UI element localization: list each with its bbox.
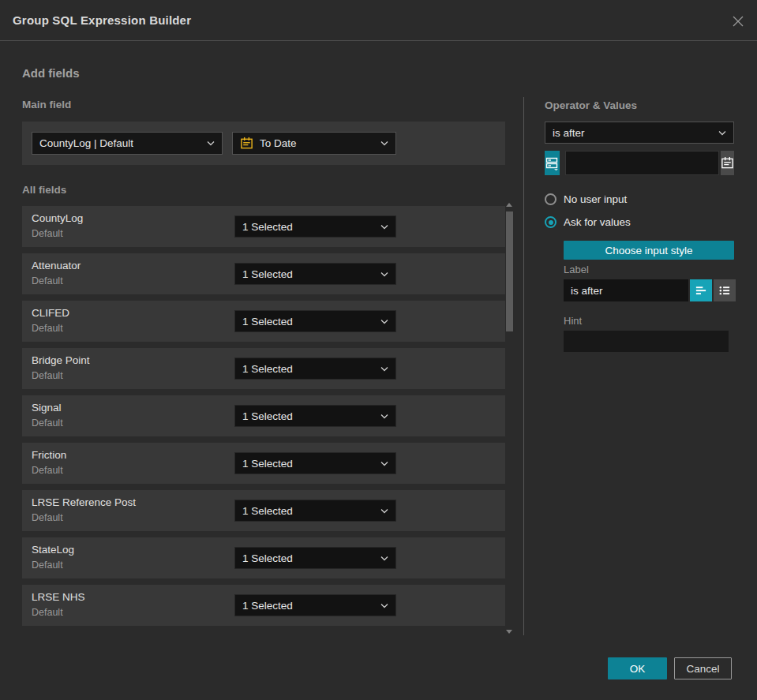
value-list-style-button[interactable] [714, 279, 736, 301]
ok-button[interactable]: OK [608, 657, 667, 679]
main-field-date-select[interactable]: To Date [232, 132, 396, 155]
field-selection-value: 1 Selected [242, 600, 293, 612]
scroll-up-arrow-icon[interactable] [506, 203, 512, 207]
field-selection-select[interactable]: 1 Selected [234, 310, 396, 332]
chevron-down-icon [380, 508, 388, 514]
bulleted-list-icon [718, 284, 731, 297]
chevron-down-icon [380, 461, 388, 466]
main-field-select[interactable]: CountyLog | Default [32, 132, 223, 155]
close-icon [732, 15, 744, 28]
field-subtitle: Default [32, 560, 63, 571]
title-bar: Group SQL Expression Builder [0, 0, 757, 41]
cancel-button[interactable]: Cancel [674, 657, 732, 679]
chevron-down-icon [207, 140, 215, 146]
label-input[interactable] [564, 279, 688, 301]
field-selection-select[interactable]: 1 Selected [234, 263, 396, 285]
main-field-date-value: To Date [260, 137, 297, 149]
field-row: Attenuator Default 1 Selected [22, 253, 505, 294]
field-name: Bridge Point [32, 354, 90, 366]
field-subtitle: Default [32, 417, 63, 429]
operator-select-value: is after [553, 127, 585, 139]
hint-caption: Hint [564, 315, 582, 327]
field-subtitle: Default [32, 370, 63, 381]
field-name: Attenuator [32, 260, 81, 271]
field-name: StateLog [32, 544, 74, 556]
field-row: Signal Default 1 Selected [22, 395, 505, 436]
field-selection-value: 1 Selected [242, 268, 293, 280]
field-row: CountyLog Default 1 Selected [22, 206, 505, 247]
field-subtitle: Default [32, 512, 63, 523]
date-picker-button[interactable] [721, 151, 734, 175]
close-button[interactable] [732, 15, 744, 28]
label-caption: Label [564, 264, 589, 275]
group-sql-expression-builder-dialog: Group SQL Expression Builder Add fields … [0, 0, 757, 700]
field-selection-select[interactable]: 1 Selected [234, 405, 396, 427]
ask-for-values-radio-row[interactable]: Ask for values [545, 216, 631, 228]
field-selection-select[interactable]: 1 Selected [234, 594, 396, 616]
radio-unselected-icon[interactable] [545, 193, 557, 205]
field-selection-value: 1 Selected [242, 221, 293, 233]
field-selection-select[interactable]: 1 Selected [234, 452, 396, 474]
field-row: Friction Default 1 Selected [22, 443, 505, 484]
field-selection-value: 1 Selected [242, 552, 293, 564]
hint-input[interactable] [564, 331, 729, 352]
field-row: LRSE Reference Post Default 1 Selected [22, 490, 505, 531]
chevron-down-icon [380, 224, 388, 230]
chevron-down-icon [380, 414, 388, 419]
chevron-down-icon [380, 603, 388, 608]
single-value-style-button[interactable] [690, 279, 712, 301]
choose-input-style-button[interactable]: Choose input style [564, 241, 734, 260]
field-selection-value: 1 Selected [242, 410, 293, 422]
field-selection-select[interactable]: 1 Selected [234, 357, 396, 380]
chevron-down-icon [380, 556, 388, 561]
field-name: CountyLog [32, 212, 83, 224]
field-name: LRSE NHS [32, 591, 85, 603]
all-fields-heading: All fields [22, 184, 66, 196]
operator-select[interactable]: is after [545, 122, 734, 144]
field-selection-value: 1 Selected [242, 363, 293, 375]
field-selection-value: 1 Selected [242, 316, 293, 328]
list-scrollbar[interactable] [504, 201, 514, 635]
field-selection-value: 1 Selected [242, 505, 293, 517]
field-subtitle: Default [32, 465, 63, 476]
panel-divider [523, 97, 524, 635]
scroll-down-arrow-icon[interactable] [506, 630, 512, 634]
calendar-icon [240, 137, 253, 150]
no-user-input-radio-row[interactable]: No user input [545, 193, 627, 205]
scrollbar-thumb[interactable] [506, 211, 513, 331]
chevron-down-icon [380, 366, 388, 372]
field-row: LRSE NHS Default 1 Selected [22, 585, 505, 626]
field-subtitle: Default [32, 275, 63, 286]
field-name: CLIFED [32, 307, 69, 319]
field-selection-select[interactable]: 1 Selected [234, 547, 396, 569]
main-field-panel: CountyLog | Default To Date [22, 122, 505, 165]
add-fields-heading: Add fields [22, 66, 80, 80]
field-row: Bridge Point Default 1 Selected [22, 348, 505, 389]
field-selection-value: 1 Selected [242, 458, 293, 470]
dialog-title: Group SQL Expression Builder [13, 0, 191, 41]
field-subtitle: Default [32, 228, 63, 239]
field-name: Signal [32, 402, 62, 414]
value-input-row [545, 151, 734, 175]
field-selection-select[interactable]: 1 Selected [234, 215, 396, 238]
field-selection-select[interactable]: 1 Selected [234, 500, 396, 522]
operator-values-heading: Operator & Values [545, 99, 637, 111]
field-row: StateLog Default 1 Selected [22, 537, 505, 578]
main-field-select-value: CountyLog | Default [39, 137, 133, 149]
ask-for-values-label[interactable]: Ask for values [564, 216, 631, 228]
stacked-values-icon [545, 156, 559, 170]
calendar-icon [721, 156, 734, 170]
chevron-down-icon [380, 319, 388, 324]
label-input-row [564, 279, 736, 301]
field-subtitle: Default [32, 323, 63, 334]
no-user-input-label[interactable]: No user input [564, 193, 627, 205]
field-name: LRSE Reference Post [32, 496, 136, 508]
radio-selected-icon[interactable] [545, 216, 557, 228]
value-input[interactable] [565, 151, 719, 175]
chevron-down-icon [380, 140, 388, 146]
align-left-lines-icon [695, 284, 707, 297]
value-type-split-button[interactable] [545, 151, 560, 175]
field-row: CLIFED Default 1 Selected [22, 301, 505, 342]
main-field-heading: Main field [22, 99, 71, 110]
all-fields-list: CountyLog Default 1 Selected Attenuator … [22, 206, 505, 632]
